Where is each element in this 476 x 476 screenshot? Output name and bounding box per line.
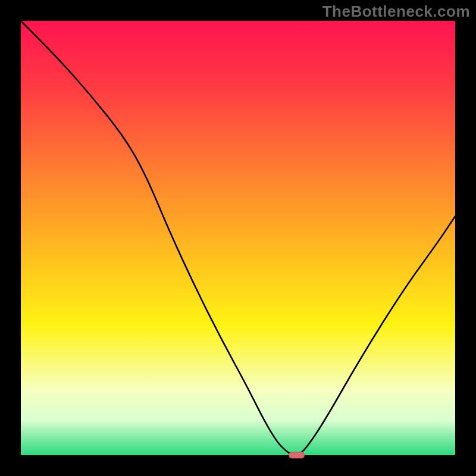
chart-svg <box>0 0 476 476</box>
chart-frame: { "watermark": "TheBottleneck.com", "col… <box>0 0 476 476</box>
plot-background <box>21 21 455 455</box>
watermark-text: TheBottleneck.com <box>322 2 470 21</box>
minimum-marker <box>289 452 305 458</box>
